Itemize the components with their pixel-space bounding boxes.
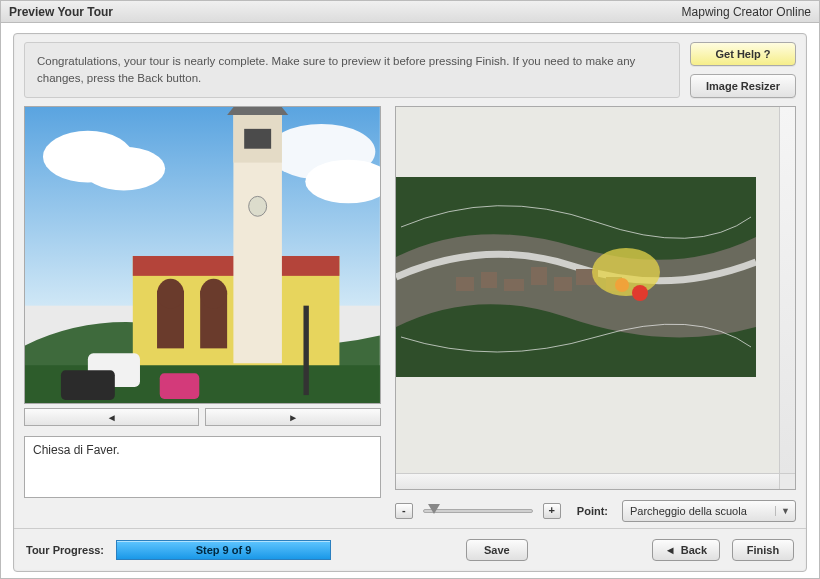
app-window: Preview Your Tour Mapwing Creator Online… <box>0 0 820 579</box>
finish-button[interactable]: Finish <box>732 539 794 561</box>
svg-marker-13 <box>227 107 288 115</box>
svg-point-30 <box>615 278 629 292</box>
progress-bar: Step 9 of 9 <box>116 540 331 560</box>
save-button[interactable]: Save <box>466 539 528 561</box>
right-column: - + Point: Parcheggio della scuola ▼ <box>395 106 796 522</box>
point-dropdown[interactable]: Parcheggio della scuola ▼ <box>622 500 796 522</box>
progress-text: Step 9 of 9 <box>196 544 252 556</box>
app-brand: Mapwing Creator Online <box>682 5 811 19</box>
image-resizer-button[interactable]: Image Resizer <box>690 74 796 98</box>
tour-photo <box>24 106 381 404</box>
bottom-row: Tour Progress: Step 9 of 9 Save ◄ Back F… <box>14 528 806 571</box>
top-row: Congratulations, your tour is nearly com… <box>14 34 806 106</box>
chevron-right-icon: ► <box>288 412 298 423</box>
main-row: ◄ ► Chiesa di Faver. <box>14 106 806 528</box>
chevron-down-icon: ▼ <box>775 506 795 516</box>
svg-rect-23 <box>481 272 497 288</box>
get-help-button[interactable]: Get Help ? <box>690 42 796 66</box>
content-area: Congratulations, your tour is nearly com… <box>1 23 819 578</box>
zoom-slider[interactable] <box>423 509 533 513</box>
zoom-in-button[interactable]: + <box>543 503 561 519</box>
map-pane[interactable] <box>395 106 796 490</box>
wizard-panel: Congratulations, your tour is nearly com… <box>13 33 807 572</box>
map-scrollbar-corner <box>779 473 795 489</box>
svg-point-15 <box>249 196 267 216</box>
progress-label: Tour Progress: <box>26 544 104 556</box>
map-image <box>396 177 756 377</box>
svg-rect-22 <box>456 277 474 291</box>
photo-illustration <box>25 107 380 403</box>
left-column: ◄ ► Chiesa di Faver. <box>24 106 381 522</box>
chevron-left-icon: ◄ <box>107 412 117 423</box>
photo-nav: ◄ ► <box>24 408 381 426</box>
svg-point-8 <box>157 279 184 309</box>
point-label: Point: <box>577 505 608 517</box>
zoom-slider-thumb[interactable] <box>428 504 440 514</box>
map-scrollbar-horizontal[interactable] <box>396 473 779 489</box>
next-photo-button[interactable]: ► <box>205 408 380 426</box>
back-button[interactable]: ◄ Back <box>652 539 720 561</box>
svg-rect-14 <box>244 129 271 149</box>
instruction-text: Congratulations, your tour is nearly com… <box>24 42 680 98</box>
svg-rect-19 <box>160 373 200 399</box>
svg-rect-18 <box>61 370 115 400</box>
side-buttons: Get Help ? Image Resizer <box>690 42 796 98</box>
svg-point-2 <box>82 147 165 191</box>
back-button-label: Back <box>681 544 707 556</box>
svg-rect-26 <box>554 277 572 291</box>
chevron-left-icon: ◄ <box>665 544 676 556</box>
zoom-point-row: - + Point: Parcheggio della scuola ▼ <box>395 500 796 522</box>
svg-rect-24 <box>504 279 524 291</box>
svg-rect-25 <box>531 267 547 285</box>
zoom-out-button[interactable]: - <box>395 503 413 519</box>
title-bar: Preview Your Tour Mapwing Creator Online <box>1 1 819 23</box>
svg-point-31 <box>632 285 648 301</box>
map-scrollbar-vertical[interactable] <box>779 107 795 473</box>
prev-photo-button[interactable]: ◄ <box>24 408 199 426</box>
point-selected: Parcheggio della scuola <box>623 505 775 517</box>
window-title: Preview Your Tour <box>9 5 113 19</box>
svg-point-10 <box>200 279 227 309</box>
photo-caption: Chiesa di Faver. <box>24 436 381 498</box>
svg-rect-20 <box>303 306 308 395</box>
